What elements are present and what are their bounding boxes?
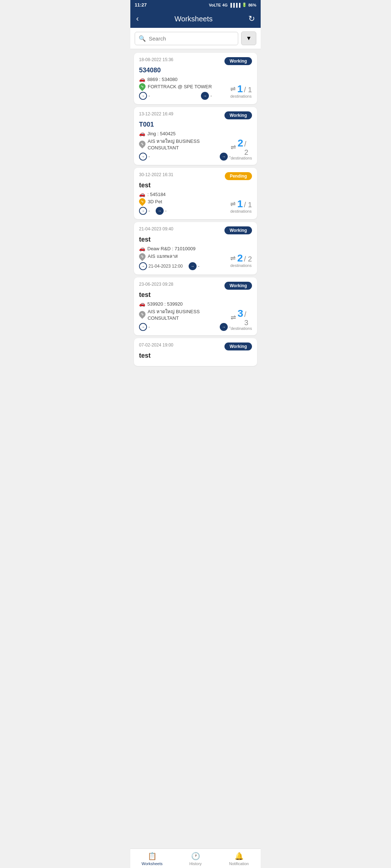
end-info: → -: [156, 207, 167, 215]
dest-count-row: 1 / 1: [237, 83, 252, 95]
card-title: test: [139, 236, 252, 243]
route-icon: ⇌: [230, 200, 236, 208]
end-time: -: [210, 93, 212, 98]
card-header: 07-02-2024 19:00 Working: [139, 342, 252, 350]
card-header: 23-06-2023 09:28 Working: [139, 282, 252, 290]
start-info: → -: [139, 207, 150, 215]
card-location-row: 1 3D Pet: [139, 198, 167, 205]
card-vehicle: 539920 : 539920: [147, 301, 183, 307]
status-badge: Working: [224, 57, 252, 65]
route-icon: ⇌: [230, 254, 236, 262]
worksheet-card-4[interactable]: 21-04-2023 09:40 Working test 🚗 Deaw R&D…: [134, 222, 257, 275]
dest-separator: / 1: [244, 201, 252, 209]
start-time: -: [148, 93, 150, 98]
card-date: 07-02-2024 19:00: [139, 342, 173, 348]
car-icon: 🚗: [139, 191, 145, 197]
card-location: AIS แมทพลาส: [148, 252, 178, 260]
start-time: 21-04-2023 12:00: [148, 264, 183, 269]
worksheet-card-1[interactable]: 18-08-2022 15:36 Working 534080 🚗 8869 :…: [134, 53, 257, 104]
volte-icon: VoLTE: [209, 3, 221, 7]
worksheet-card-6[interactable]: 07-02-2024 19:00 Working test: [134, 338, 257, 366]
route-icon: ⇌: [230, 85, 236, 93]
status-bar: 11:27 VoLTE 4G ▐▐▐▐ 🔋 86%: [130, 0, 261, 10]
cards-list: 18-08-2022 15:36 Working 534080 🚗 8869 :…: [130, 49, 261, 838]
status-badge: Working: [224, 226, 252, 234]
start-time: -: [148, 154, 150, 159]
route-icon: ⇌: [231, 314, 236, 322]
card-vehicle: 8869 : 534080: [147, 77, 177, 82]
dest-separator: / 2: [244, 140, 252, 157]
search-icon: 🔍: [139, 35, 146, 42]
battery-icon: 🔋: [242, 3, 247, 7]
dest-label: destinations: [230, 209, 252, 213]
card-title: T001: [139, 121, 252, 128]
start-info: → -: [139, 153, 150, 161]
card-footer: → - → -: [139, 323, 231, 331]
card-location: FORTTRACK @ SPE TOWER: [148, 84, 212, 89]
status-time: 11:27: [135, 2, 147, 8]
worksheet-card-5[interactable]: 23-06-2023 09:28 Working test 🚗 539920 :…: [134, 277, 257, 335]
back-button[interactable]: ‹: [136, 14, 139, 24]
card-vehicle: Jing : 540425: [147, 131, 176, 136]
dest-current: 1: [237, 198, 243, 210]
destinations-block: ⇌ 2 / 2 destinations: [231, 137, 252, 160]
dest-count-row: 2 / 2: [237, 252, 252, 264]
status-badge: Pending: [225, 172, 252, 180]
card-vehicle-row: 🚗 8869 : 534080: [139, 76, 252, 82]
card-header: 30-12-2022 16:31 Pending: [139, 172, 252, 180]
filter-button[interactable]: ▼: [241, 31, 256, 45]
car-icon: 🚗: [139, 301, 145, 307]
end-arrow-icon: →: [201, 92, 209, 100]
dest-count-row: 2 / 2: [237, 137, 252, 157]
start-arrow-icon: →: [139, 92, 147, 100]
card-vehicle: : 545184: [147, 192, 166, 197]
refresh-button[interactable]: ↻: [248, 14, 255, 24]
start-time: -: [148, 208, 150, 213]
pin-icon: 2: [138, 139, 147, 148]
start-arrow-icon: →: [139, 207, 147, 215]
card-location: AIS หาดใหญ่ BUSINESS CONSULTANT: [148, 308, 231, 321]
search-input[interactable]: [149, 35, 234, 42]
card-vehicle-row: 🚗 539920 : 539920: [139, 301, 252, 307]
card-title: test: [139, 352, 252, 359]
destinations-block: ⇌ 1 / 1 destinations: [230, 83, 252, 98]
start-info: → 21-04-2023 12:00: [139, 262, 183, 270]
dest-label: destinations: [231, 326, 252, 331]
destinations-block: ⇌ 3 / 3 destinations: [231, 308, 252, 331]
dest-label: destinations: [230, 263, 252, 268]
card-date: 21-04-2023 09:40: [139, 226, 173, 231]
pin-icon: 1: [138, 82, 147, 91]
destinations-block: ⇌ 1 / 1 destinations: [230, 198, 252, 213]
wifi-icon: ▐▐▐▐: [229, 3, 240, 7]
end-info: → -: [220, 153, 231, 161]
search-container: 🔍 ▼: [130, 28, 261, 49]
search-input-wrapper[interactable]: 🔍: [135, 32, 238, 45]
app-header: ‹ Worksheets ↻: [130, 10, 261, 28]
status-icons: VoLTE 4G ▐▐▐▐ 🔋 86%: [209, 3, 256, 7]
card-date: 23-06-2023 09:28: [139, 282, 173, 287]
worksheet-card-2[interactable]: 13-12-2022 16:49 Working T001 🚗 Jing : 5…: [134, 107, 257, 165]
card-title: test: [139, 291, 252, 299]
worksheet-card-3[interactable]: 30-12-2022 16:31 Pending test 🚗 : 545184…: [134, 168, 257, 219]
card-date: 18-08-2022 15:36: [139, 57, 173, 62]
end-arrow-icon: →: [189, 262, 197, 270]
card-header: 18-08-2022 15:36 Working: [139, 57, 252, 65]
dest-current: 3: [237, 308, 243, 319]
end-info: → -: [201, 92, 212, 100]
card-location-row: 2 AIS แมทพลาส: [139, 252, 199, 260]
start-arrow-icon: →: [139, 262, 147, 270]
start-info: → -: [139, 92, 150, 100]
end-arrow-icon: →: [220, 323, 228, 331]
pin-icon: 2: [138, 252, 147, 261]
card-location-row: 3 AIS หาดใหญ่ BUSINESS CONSULTANT: [139, 308, 231, 321]
card-header: 13-12-2022 16:49 Working: [139, 111, 252, 119]
card-title: test: [139, 182, 252, 189]
card-vehicle: Deaw R&D : 71010009: [147, 246, 196, 251]
dest-current: 1: [237, 83, 243, 95]
end-info: → -: [220, 323, 231, 331]
route-icon: ⇌: [231, 143, 236, 151]
start-info: → -: [139, 323, 150, 331]
card-header: 21-04-2023 09:40 Working: [139, 226, 252, 234]
car-icon: 🚗: [139, 131, 145, 136]
card-footer: → - → -: [139, 92, 212, 100]
